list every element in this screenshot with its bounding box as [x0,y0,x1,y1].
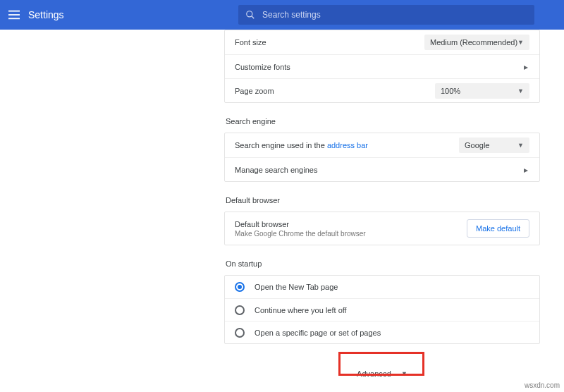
radio-icon[interactable] [235,305,245,315]
font-size-label: Font size [235,38,424,47]
page-zoom-row[interactable]: Page zoom 100% ▼ [225,78,539,102]
app-title: Settings [28,9,64,20]
chevron-down-icon: ▼ [401,370,407,377]
manage-search-engines-row[interactable]: Manage search engines ▸ [225,157,539,181]
on-startup-card: Open the New Tab page Continue where you… [224,275,540,344]
chevron-right-icon: ▸ [524,165,529,175]
search-engine-dropdown[interactable]: Google ▼ [459,137,529,153]
app-header: Settings [0,0,564,30]
customize-fonts-row[interactable]: Customize fonts ▸ [225,54,539,78]
on-startup-title: On startup [226,259,540,268]
customize-fonts-label: Customize fonts [235,63,524,71]
radio-icon[interactable] [235,328,245,338]
startup-option-specific[interactable]: Open a specific page or set of pages [225,321,539,343]
default-browser-card: Default browser Make Google Chrome the d… [224,212,540,245]
page-zoom-dropdown[interactable]: 100% ▼ [435,83,529,99]
font-size-row[interactable]: Font size Medium (Recommended) ▼ [225,30,539,54]
make-default-button[interactable]: Make default [467,219,529,238]
search-icon [245,10,255,20]
startup-option-continue[interactable]: Continue where you left off [225,298,539,321]
font-size-dropdown[interactable]: Medium (Recommended) ▼ [424,35,529,50]
search-engine-title: Search engine [226,117,540,125]
chevron-down-icon: ▼ [517,87,524,94]
radio-icon[interactable] [235,282,245,292]
manage-search-engines-label: Manage search engines [235,166,524,174]
settings-content: Font size Medium (Recommended) ▼ Customi… [224,30,540,384]
svg-line-4 [252,16,255,19]
menu-icon[interactable] [8,10,20,20]
search-engine-label: Search engine used in the address bar [235,141,459,149]
advanced-button[interactable]: Advanced ▼ [344,364,420,384]
search-engine-row[interactable]: Search engine used in the address bar Go… [225,133,539,157]
chevron-down-icon: ▼ [517,142,524,149]
chevron-down-icon: ▼ [517,39,524,46]
page-zoom-label: Page zoom [235,87,435,95]
default-browser-row-sub: Make Google Chrome the default browser [235,230,458,238]
default-browser-row: Default browser Make Google Chrome the d… [225,212,539,245]
watermark: wsxdn.com [525,381,560,389]
svg-point-3 [247,11,252,17]
startup-option-new-tab[interactable]: Open the New Tab page [225,276,539,298]
search-engine-card: Search engine used in the address bar Go… [224,133,540,182]
default-browser-row-title: Default browser [235,220,458,228]
search-settings-field[interactable] [238,5,534,25]
appearance-card: Font size Medium (Recommended) ▼ Customi… [224,30,540,103]
default-browser-title: Default browser [226,196,540,204]
search-input[interactable] [262,10,527,20]
address-bar-link[interactable]: address bar [327,141,368,149]
chevron-right-icon: ▸ [524,62,529,72]
